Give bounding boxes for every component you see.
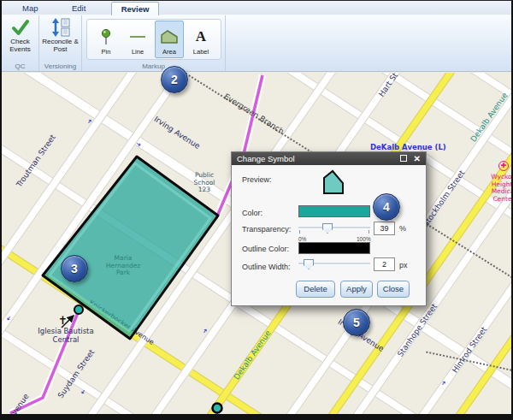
tab-edit[interactable]: Edit	[63, 2, 94, 15]
pin-label: Pin	[102, 48, 111, 56]
line-button[interactable]: Line	[123, 21, 152, 58]
ribbon: Map Edit Review Check Events QC	[2, 1, 511, 73]
apply-button[interactable]: Apply	[340, 281, 373, 298]
transparency-unit: %	[399, 224, 406, 233]
area-polygon-icon	[160, 27, 179, 46]
line-icon	[129, 27, 146, 46]
symbol-preview	[319, 168, 348, 197]
transparency-slider[interactable]	[298, 222, 370, 234]
outline-width-label: Outline Width:	[242, 263, 291, 271]
check-events-button[interactable]: Check Events	[2, 15, 39, 53]
slider-tick	[299, 230, 300, 234]
group-qc: Check Events QC	[2, 15, 39, 71]
medical-center-label: Wyckoff Heights Medical Center	[482, 174, 511, 204]
scale-min-label: 0%	[298, 236, 306, 242]
outline-color-label: Outline Color:	[242, 245, 289, 253]
reconcile-post-button[interactable]: Reconcile & Post	[40, 15, 81, 53]
dialog-title: Change Symbol	[237, 154, 295, 163]
markup-group-label: Markup	[82, 62, 225, 70]
check-events-label: Check Events	[2, 38, 39, 53]
area-button[interactable]: Area	[155, 21, 184, 58]
transparency-slider-thumb[interactable]	[322, 223, 333, 234]
outline-width-slider[interactable]	[298, 258, 370, 270]
qc-group-label: QC	[2, 62, 38, 70]
label-label: Label	[193, 48, 209, 56]
intersection-dot	[213, 404, 222, 413]
station-label: DeKalb Avenue (L)	[370, 143, 446, 151]
pushpin-icon	[100, 27, 112, 46]
callout-2: 2	[161, 66, 188, 93]
label-button[interactable]: A Label	[186, 21, 215, 58]
dialog-title-bar[interactable]: Change Symbol ✕	[232, 152, 426, 165]
reconcile-post-label: Reconcile & Post	[40, 38, 81, 53]
change-symbol-dialog: Change Symbol ✕ Preview: Color: Transpar…	[231, 151, 427, 306]
group-versioning: Reconcile & Post Versioning	[39, 15, 82, 71]
group-markup: Pin Line Area A	[82, 15, 226, 71]
maximize-icon[interactable]	[400, 155, 407, 162]
callout-4: 4	[373, 193, 400, 221]
tab-review[interactable]: Review	[111, 2, 159, 15]
hospital-icon: ✚	[498, 161, 509, 171]
ribbon-empty-area	[226, 15, 511, 71]
color-swatch[interactable]	[298, 205, 370, 217]
outline-width-input[interactable]	[374, 257, 395, 271]
park-label: Maria Hernandez Park	[98, 255, 148, 277]
callout-5: 5	[343, 309, 370, 336]
slider-track[interactable]	[298, 227, 370, 229]
callout-3: 3	[61, 255, 88, 282]
close-icon[interactable]: ✕	[414, 152, 421, 165]
church-label: Iglesia Bautista Central	[38, 328, 94, 345]
outline-width-slider-thumb[interactable]	[304, 259, 314, 269]
slider-tick	[369, 230, 369, 234]
transparency-input[interactable]	[374, 222, 395, 235]
markup-panel: Pin Line Area A	[86, 19, 221, 60]
letter-a-icon: A	[196, 27, 206, 46]
pin-button[interactable]: Pin	[91, 21, 121, 58]
preview-label: Preview:	[242, 175, 272, 184]
outline-width-unit: px	[399, 261, 408, 269]
vertex-dot	[74, 305, 83, 314]
app-window: Map Edit Review Check Events QC	[0, 0, 513, 420]
scale-max-label: 100%	[357, 236, 371, 242]
delete-button[interactable]: Delete	[296, 281, 335, 298]
school-label: Public School 123	[185, 172, 224, 194]
reconcile-icon	[50, 18, 71, 37]
area-label: Area	[162, 48, 176, 56]
line-label: Line	[132, 48, 144, 56]
versioning-group-label: Versioning	[39, 62, 81, 70]
ribbon-body: Check Events QC Reconcile & Post	[2, 15, 511, 72]
tab-map[interactable]: Map	[14, 2, 46, 15]
ribbon-tab-row: Map Edit Review	[2, 1, 511, 15]
color-label: Color:	[242, 209, 262, 217]
transparency-label: Transparency:	[242, 225, 291, 234]
check-icon	[11, 18, 30, 37]
close-button[interactable]: Close	[377, 281, 410, 298]
church-cross-icon: ✝	[58, 314, 68, 327]
outline-color-swatch[interactable]	[298, 242, 370, 254]
